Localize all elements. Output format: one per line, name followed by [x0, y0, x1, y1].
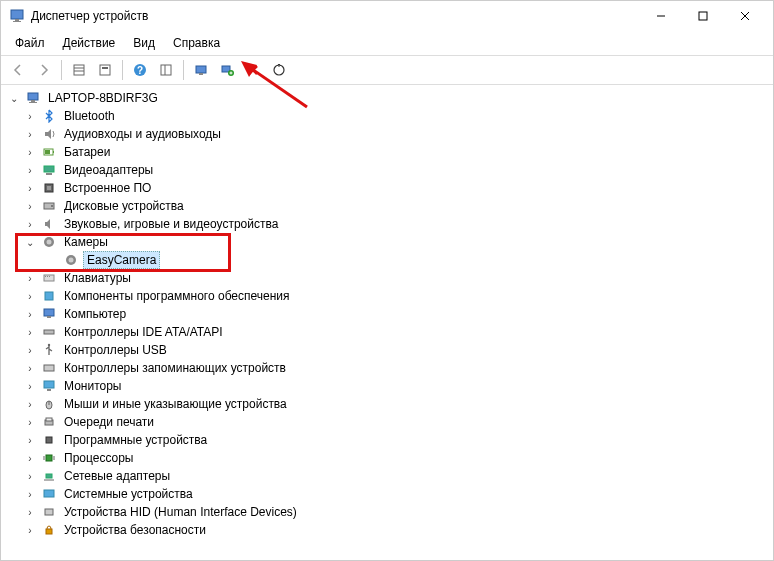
svg-rect-0: [11, 10, 23, 19]
chevron-right-icon[interactable]: ›: [23, 505, 37, 519]
close-button[interactable]: [725, 2, 765, 30]
tree-node-firmware[interactable]: › Встроенное ПО: [3, 179, 771, 197]
svg-rect-10: [100, 65, 110, 75]
uninstall-button[interactable]: [242, 59, 264, 81]
menu-file[interactable]: Файл: [7, 33, 53, 53]
tree-node-security[interactable]: › Устройства безопасности: [3, 521, 771, 539]
root-label[interactable]: LAPTOP-8BDIRF3G: [45, 90, 161, 106]
chevron-right-icon[interactable]: ›: [23, 109, 37, 123]
chevron-right-icon[interactable]: ›: [23, 343, 37, 357]
back-button[interactable]: [7, 59, 29, 81]
tree-node-printqueues[interactable]: › Очереди печати: [3, 413, 771, 431]
node-label[interactable]: Камеры: [61, 234, 111, 250]
tree-node-network[interactable]: › Сетевые адаптеры: [3, 467, 771, 485]
chevron-right-icon[interactable]: ›: [23, 289, 37, 303]
add-legacy-button[interactable]: [216, 59, 238, 81]
tree-node-software[interactable]: › Компоненты программного обеспечения: [3, 287, 771, 305]
chevron-down-icon[interactable]: ⌄: [7, 91, 21, 105]
node-label[interactable]: Устройства HID (Human Interface Devices): [61, 504, 300, 520]
node-label[interactable]: Клавиатуры: [61, 270, 134, 286]
tree-node-audio[interactable]: › Аудиовходы и аудиовыходы: [3, 125, 771, 143]
tree-node-mice[interactable]: › Мыши и иные указывающие устройства: [3, 395, 771, 413]
node-label[interactable]: Мониторы: [61, 378, 124, 394]
chevron-right-icon[interactable]: ›: [23, 361, 37, 375]
help-button[interactable]: ?: [129, 59, 151, 81]
chevron-right-icon[interactable]: ›: [23, 469, 37, 483]
tree-node-easycamera[interactable]: EasyCamera: [3, 251, 771, 269]
tree-node-keyboards[interactable]: › Клавиатуры: [3, 269, 771, 287]
node-label[interactable]: Контроллеры USB: [61, 342, 170, 358]
view-button[interactable]: [155, 59, 177, 81]
node-label[interactable]: Сетевые адаптеры: [61, 468, 173, 484]
tree-node-computer[interactable]: › Компьютер: [3, 305, 771, 323]
chevron-right-icon[interactable]: ›: [23, 433, 37, 447]
node-label[interactable]: Встроенное ПО: [61, 180, 154, 196]
chevron-right-icon[interactable]: ›: [23, 271, 37, 285]
node-label[interactable]: Процессоры: [61, 450, 137, 466]
node-label[interactable]: Программные устройства: [61, 432, 210, 448]
menu-view[interactable]: Вид: [125, 33, 163, 53]
chevron-down-icon[interactable]: ⌄: [23, 235, 37, 249]
chevron-right-icon[interactable]: ›: [23, 163, 37, 177]
forward-button[interactable]: [33, 59, 55, 81]
show-hidden-button[interactable]: [68, 59, 90, 81]
menu-help[interactable]: Справка: [165, 33, 228, 53]
chevron-right-icon[interactable]: ›: [23, 523, 37, 537]
tree-node-bluetooth[interactable]: › Bluetooth: [3, 107, 771, 125]
svg-point-36: [51, 205, 53, 207]
node-label[interactable]: Мыши и иные указывающие устройства: [61, 396, 290, 412]
tree-node-batteries[interactable]: › Батареи: [3, 143, 771, 161]
tree-node-monitors[interactable]: › Мониторы: [3, 377, 771, 395]
node-label[interactable]: Аудиовходы и аудиовыходы: [61, 126, 224, 142]
device-tree[interactable]: ⌄ LAPTOP-8BDIRF3G › Bluetooth › Аудиовхо…: [1, 85, 773, 552]
menu-action[interactable]: Действие: [55, 33, 124, 53]
tree-node-storage[interactable]: › Контроллеры запоминающих устройств: [3, 359, 771, 377]
node-label[interactable]: Очереди печати: [61, 414, 157, 430]
chevron-right-icon[interactable]: ›: [23, 379, 37, 393]
tree-node-usb[interactable]: › Контроллеры USB: [3, 341, 771, 359]
svg-rect-41: [44, 275, 54, 281]
chevron-right-icon[interactable]: ›: [23, 397, 37, 411]
node-label[interactable]: Батареи: [61, 144, 113, 160]
controller-icon: [41, 324, 57, 340]
tree-node-processors[interactable]: › Процессоры: [3, 449, 771, 467]
node-label[interactable]: Звуковые, игровые и видеоустройства: [61, 216, 281, 232]
chevron-right-icon[interactable]: ›: [23, 325, 37, 339]
tree-node-ide[interactable]: › Контроллеры IDE ATA/ATAPI: [3, 323, 771, 341]
computer-icon: [41, 306, 57, 322]
node-label-selected[interactable]: EasyCamera: [83, 251, 160, 269]
tree-node-programdevices[interactable]: › Программные устройства: [3, 431, 771, 449]
chevron-right-icon[interactable]: ›: [23, 451, 37, 465]
chevron-right-icon[interactable]: ›: [23, 199, 37, 213]
chevron-right-icon[interactable]: ›: [23, 487, 37, 501]
chevron-right-icon[interactable]: ›: [23, 127, 37, 141]
chevron-right-icon[interactable]: ›: [23, 415, 37, 429]
node-label[interactable]: Контроллеры IDE ATA/ATAPI: [61, 324, 226, 340]
minimize-button[interactable]: [641, 2, 681, 30]
update-driver-button[interactable]: [268, 59, 290, 81]
node-label[interactable]: Устройства безопасности: [61, 522, 209, 538]
node-label[interactable]: Дисковые устройства: [61, 198, 187, 214]
chevron-right-icon[interactable]: ›: [23, 181, 37, 195]
security-icon: [41, 522, 57, 538]
chevron-right-icon[interactable]: ›: [23, 307, 37, 321]
node-label[interactable]: Bluetooth: [61, 108, 118, 124]
chevron-right-icon[interactable]: ›: [23, 217, 37, 231]
maximize-button[interactable]: [683, 2, 723, 30]
node-label[interactable]: Компоненты программного обеспечения: [61, 288, 293, 304]
chevron-right-icon[interactable]: ›: [23, 145, 37, 159]
tree-node-diskdrives[interactable]: › Дисковые устройства: [3, 197, 771, 215]
tree-root[interactable]: ⌄ LAPTOP-8BDIRF3G: [3, 89, 771, 107]
tree-node-videoadapters[interactable]: › Видеоадаптеры: [3, 161, 771, 179]
tree-node-system[interactable]: › Системные устройства: [3, 485, 771, 503]
properties-button[interactable]: [94, 59, 116, 81]
node-label[interactable]: Системные устройства: [61, 486, 196, 502]
node-label[interactable]: Контроллеры запоминающих устройств: [61, 360, 289, 376]
tree-node-cameras[interactable]: ⌄ Камеры: [3, 233, 771, 251]
node-label[interactable]: Компьютер: [61, 306, 129, 322]
tree-node-hid[interactable]: › Устройства HID (Human Interface Device…: [3, 503, 771, 521]
scan-hardware-button[interactable]: [190, 59, 212, 81]
node-label[interactable]: Видеоадаптеры: [61, 162, 156, 178]
svg-rect-63: [46, 474, 52, 478]
tree-node-soundvideo[interactable]: › Звуковые, игровые и видеоустройства: [3, 215, 771, 233]
